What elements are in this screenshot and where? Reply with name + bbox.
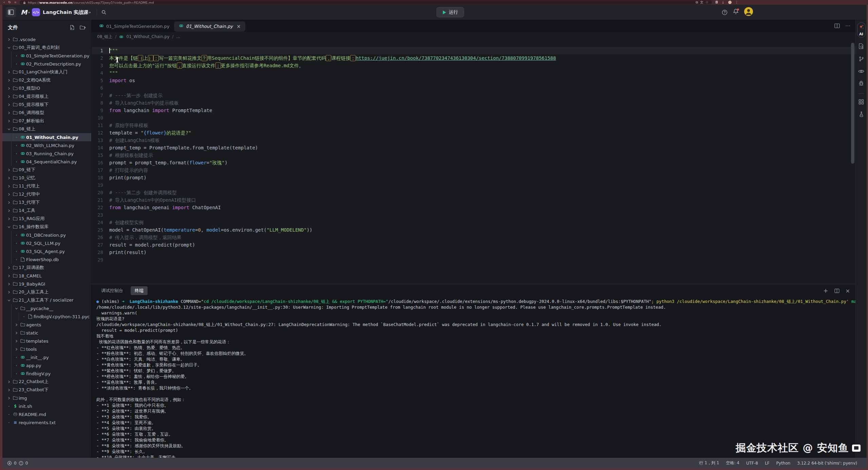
tree-folder[interactable]: 03_模型IO (2, 84, 91, 92)
testing-flask-icon[interactable] (859, 111, 864, 119)
code-line[interactable]: 27result = model.predict(prompt) (92, 241, 855, 249)
help-icon[interactable] (722, 10, 728, 15)
more-actions-icon[interactable]: ⋯ (845, 23, 851, 29)
code-line[interactable]: 12template = "{flower}的花语是?" (92, 129, 855, 137)
browser-back-icon[interactable]: ‹ (3, 1, 5, 4)
editor-scrollbar[interactable] (851, 43, 854, 164)
tree-folder[interactable]: 02_文档QA系统 (2, 76, 91, 84)
code-line[interactable]: 14prompt_temp = PromptTemplate.from_temp… (92, 144, 855, 151)
tree-file[interactable]: app.py (2, 361, 91, 369)
tree-file[interactable]: ⓜREADME.md (2, 410, 91, 418)
file-search-icon[interactable] (858, 43, 864, 51)
toggle-sidebar-button[interactable] (6, 7, 16, 17)
breadcrumb-folder[interactable]: 08_链上 (97, 34, 112, 40)
tree-file[interactable]: findbigV.cpython-311.pyc (2, 312, 91, 321)
tree-file[interactable]: 02_PictureDescription.py (2, 60, 91, 68)
editor-tab[interactable]: 01_Without_Chain.py× (174, 21, 245, 32)
code-line[interactable]: 20# ----第二步 创建并调用模型 (92, 189, 855, 196)
tree-folder[interactable]: 13_代理下 (2, 198, 91, 206)
code-line[interactable]: 22from langchain_openai import ChatOpenA… (92, 204, 855, 211)
search-icon[interactable] (101, 10, 107, 15)
extension-shield-icon[interactable]: ◘ (715, 1, 718, 4)
status-item[interactable]: 空格: 4 (726, 460, 740, 466)
tree-folder[interactable]: 15_RAG应用 (2, 215, 91, 223)
tree-folder[interactable]: 07_解析输出 (2, 117, 91, 125)
tree-file[interactable]: 01_SimpleTextGeneration.py (2, 52, 91, 60)
browser-profile-avatar[interactable] (728, 1, 732, 4)
tree-folder[interactable]: 08_链上 (2, 125, 91, 133)
tree-folder[interactable]: 06_调用模型 (2, 109, 91, 117)
tree-folder[interactable]: 00_开篇词_奇点时刻 (2, 43, 91, 52)
terminal-output[interactable]: ● (shims) ➜ LangChain-shizhanke COMMAND=… (92, 297, 855, 458)
user-avatar[interactable] (744, 7, 753, 17)
breadcrumb-more[interactable]: ... (176, 34, 180, 39)
code-line[interactable]: 29 (92, 256, 855, 264)
code-line[interactable]: 3您可以点击最上方的"运行"按钮，直接运行该文件；更多操作指引请参考Readme… (92, 62, 855, 69)
tree-folder[interactable]: 14_工具 (2, 206, 91, 215)
close-icon[interactable]: × (237, 23, 241, 30)
tree-file[interactable]: ≡requirements.txt (2, 418, 91, 427)
split-editor-icon[interactable] (834, 23, 840, 28)
code-line[interactable]: 7# ----第一步 创建提示 (92, 92, 855, 99)
new-file-icon[interactable] (70, 25, 75, 30)
tree-folder[interactable]: 23_Chatbot下 (2, 386, 91, 394)
tree-folder[interactable]: tools (2, 345, 91, 353)
tree-folder[interactable]: static (2, 329, 91, 337)
browser-menu-icon[interactable]: ⋮ (735, 1, 738, 4)
tree-folder[interactable]: 18_CAMEL (2, 272, 91, 280)
tree-file[interactable]: 03_SQL_Agent.py (2, 247, 91, 255)
extensions-icon[interactable] (858, 99, 864, 106)
tree-folder[interactable]: templates (2, 337, 91, 345)
tree-file[interactable]: 03_Running_Chain.py (2, 149, 91, 158)
close-panel-icon[interactable]: × (846, 288, 850, 294)
project-title[interactable]: LangChain 实战课 (43, 9, 88, 16)
ai-assistant-button[interactable]: AI (857, 22, 866, 38)
code-line[interactable]: 26# 传入提示，调用模型，返回结果 (92, 234, 855, 241)
code-line[interactable]: 9from langchain import PromptTemplate (92, 107, 855, 114)
editor-tab[interactable]: 01_SimpleTextGeneration.py (94, 21, 174, 32)
code-line[interactable]: 25model = ChatOpenAI(temperature=0, mode… (92, 226, 855, 234)
chevron-down-icon[interactable]: ▾ (28, 11, 30, 14)
tree-folder[interactable]: 04_提示模板上 (2, 92, 91, 101)
breadcrumb[interactable]: 08_链上 / 01_Without_Chain.py / ... (92, 32, 855, 41)
tree-file[interactable]: 02_With_LLMChain.py (2, 141, 91, 149)
tree-file[interactable]: findbigV.py (2, 369, 91, 378)
code-line[interactable]: 6 (92, 84, 855, 92)
errors-count[interactable]: 0 (14, 461, 17, 466)
new-terminal-icon[interactable]: + (823, 288, 828, 294)
tree-folder[interactable]: 01_LangChain快速入门 (2, 68, 91, 76)
chevron-down-icon[interactable]: ▾ (89, 11, 91, 14)
breadcrumb-file[interactable]: 01_Without_Chain.py (126, 34, 169, 39)
code-line[interactable]: 11# 原始字符串模板 (92, 122, 855, 129)
tree-folder[interactable]: 10_记忆 (2, 174, 91, 182)
code-line[interactable]: 13# 创建LangChain模板 (92, 137, 855, 144)
run-button[interactable]: 运行 (436, 7, 464, 17)
status-item[interactable]: LF (765, 461, 770, 466)
tree-folder[interactable]: .vscode (2, 35, 91, 43)
tree-folder[interactable]: 12_代理中 (2, 190, 91, 198)
code-line[interactable]: 5import os (92, 77, 855, 84)
code-line[interactable]: 18print(prompt) (92, 174, 855, 181)
code-line[interactable]: 16prompt = prompt_temp.format(flower="玫瑰… (92, 159, 855, 166)
tree-folder[interactable]: 21_人脉工具下 / socializer (2, 296, 91, 304)
browser-reload-icon[interactable]: ↻ (8, 1, 11, 4)
browser-apps-icon[interactable]: ⌗ (14, 1, 16, 4)
code-line[interactable]: 10 (92, 114, 855, 122)
bookmark-star-icon[interactable]: ☆ (705, 1, 709, 4)
status-item[interactable]: UTF-8 (746, 461, 758, 466)
errors-icon[interactable] (7, 461, 12, 466)
debug-bug-icon[interactable] (858, 80, 864, 88)
code-line[interactable]: 19 (92, 181, 855, 189)
tab-debug-console[interactable]: 调试控制台 (97, 286, 127, 295)
status-item[interactable]: 行 1，列 1 (699, 460, 719, 466)
status-item[interactable]: Python (776, 461, 791, 466)
code-line[interactable]: 24# 创建模型实例 (92, 219, 855, 226)
tree-file[interactable]: 02_SQL_LLM.py (2, 239, 91, 247)
browser-address-bar[interactable]: https://www.marscode.cn/course/vk05uwp75… (20, 0, 712, 4)
new-folder-icon[interactable] (80, 25, 86, 30)
status-item[interactable]: 3.12.2 64-bit ('shims': pyenv) (797, 461, 857, 466)
tree-file[interactable]: FlowerShop.db (2, 255, 91, 264)
warnings-icon[interactable] (19, 461, 23, 466)
code-line[interactable]: 15# 根据模板创建提示 (92, 151, 855, 159)
notifications-button[interactable] (733, 8, 739, 16)
